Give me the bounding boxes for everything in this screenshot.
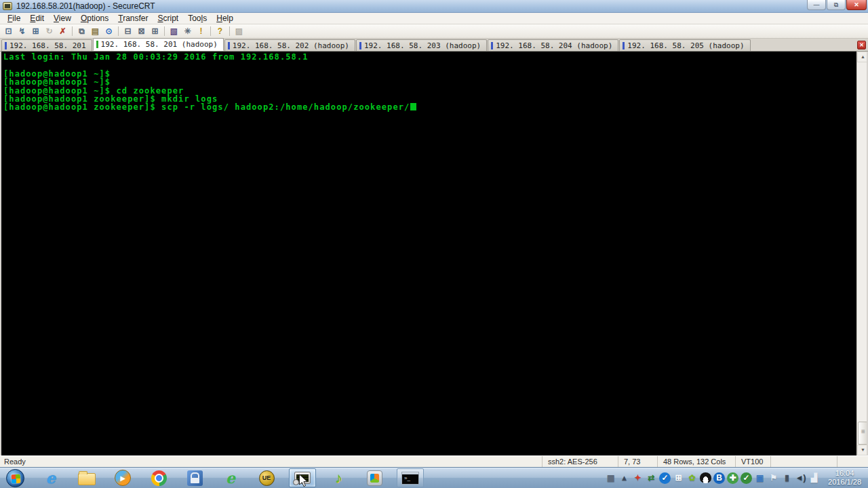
app-launch-icon: ▨ [233,25,245,37]
toolbar-separator [208,26,213,37]
app-icon: ▶ [115,470,131,486]
screen: 192.168.58.201(hadoop) - SecureCRT —⧉✕ F… [0,0,868,488]
tab-192-168-58-201[interactable]: 192. 168. 58. 201 [1,39,92,51]
restore-button[interactable]: ⧉ [827,0,846,10]
app-icon [151,470,167,486]
show-hidden-icons-button[interactable]: ▴ [618,472,630,484]
tab-pane-close-button[interactable]: ✕ [857,41,866,49]
connect-icon[interactable]: ⊡ [2,25,15,37]
terminal-scrollbar[interactable]: ▲ ▼ [856,52,868,455]
taskbar-item-internet-explorer[interactable]: e [37,468,64,487]
menu-file[interactable]: File [3,14,25,23]
paste-icon[interactable]: ▤ [89,25,102,37]
antivirus-shield-icon[interactable]: ✓ [741,472,752,484]
tab-192-168-58-204-hadoop[interactable]: 192. 168. 58. 204 (hadoop) [488,39,618,51]
tab-label: 192. 168. 58. 204 (hadoop) [496,41,612,50]
app-icon [259,470,275,486]
tab-label: 192. 168. 58. 203 (hadoop) [364,41,481,50]
exclamation-icon[interactable]: ! [195,25,208,37]
green-swirl-icon[interactable]: ✿ [686,472,698,484]
taskbar-item-securecrt[interactable] [289,468,316,487]
status-empty-1 [770,456,837,467]
session-tab-bar: 192. 168. 58. 201192. 168. 58. 201 (hado… [0,39,868,52]
thunder-icon[interactable]: ✦ [632,472,644,484]
tab-192-168-58-205-hadoop[interactable]: 192. 168. 58. 205 (hadoop) [619,39,750,51]
toolbar-separator [227,26,232,37]
security-vpn-icon[interactable]: ✓ [659,472,671,484]
qq-icon[interactable] [700,472,711,483]
taskbar-apps: e▶e♪ [1,468,424,487]
taskbar-item-file-lock-tool[interactable] [181,468,208,487]
connect-in-tab-icon[interactable]: ⊞ [29,25,42,37]
app-icon [6,469,24,487]
find-icon[interactable]: ⊙ [102,25,115,37]
taskbar-clock[interactable]: 16:04 2016/1/28 [824,469,865,487]
app-icon [401,472,419,485]
system-tray: ▦▴✦⇄✓⊞✿B✚✓▣⚑▮◄)▟ [605,472,820,484]
network-signal-icon[interactable]: ▟ [808,472,820,484]
reconnect-icon: ↻ [43,25,56,37]
status-bar: Ready ssh2: AES-2567, 7348 Rows, 132 Col… [0,455,868,467]
power-plug-icon[interactable]: ▮ [781,472,793,484]
toolbar: ⊡↯⊞↻✗⧉▤⊙⊟⊠⊞▧✳!?▨ [0,24,868,39]
scrollbar-thumb[interactable] [858,422,868,445]
title-bar[interactable]: 192.168.58.201(hadoop) - SecureCRT —⧉✕ [0,0,868,13]
scroll-down-button[interactable]: ▼ [857,445,868,455]
auto-print-icon[interactable]: ⊠ [135,25,148,37]
taskbar-item-vmware[interactable] [361,468,388,487]
bluetooth-icon[interactable]: B [713,472,725,484]
volume-icon[interactable]: ◄) [795,472,806,484]
menu-edit[interactable]: Edit [25,14,49,23]
app-icon: e [46,469,56,487]
properties-icon[interactable]: ▧ [167,25,180,37]
windows-update-icon[interactable]: ⊞ [673,472,684,484]
terminal-line: Last login: Thu Jan 28 00:03:29 2016 fro… [3,53,867,61]
tab-192-168-58-202-hadoop[interactable]: 192. 168. 58. 202 (hadoop) [224,39,355,51]
taskbar-item-qq-music[interactable]: ♪ [325,468,352,487]
menu-tools[interactable]: Tools [183,14,212,23]
taskbar-item-media-player[interactable]: ▶ [109,468,136,487]
status-ready: Ready [0,458,542,466]
close-button[interactable]: ✕ [846,0,867,10]
menu-view[interactable]: View [49,14,76,23]
taskbar-item-chrome[interactable] [145,468,172,487]
help-icon[interactable]: ? [214,25,226,37]
copy-icon[interactable]: ⧉ [75,25,88,37]
antivirus-plus-icon[interactable]: ✚ [727,472,738,484]
app-icon [294,472,311,484]
taskbar-item-cmd[interactable] [397,468,424,487]
tab-192-168-58-203-hadoop[interactable]: 192. 168. 58. 203 (hadoop) [356,39,487,51]
taskbar-item-360-browser[interactable]: e [217,468,244,487]
start-button[interactable] [1,468,28,487]
input-method-icon[interactable]: ▦ [605,472,616,484]
disconnect-icon[interactable]: ✗ [56,25,69,37]
toolbar-separator [162,26,167,37]
scroll-up-button[interactable]: ▲ [857,52,868,62]
print-setup-icon[interactable]: ⊞ [149,25,161,37]
tab-label: 192. 168. 58. 202 (hadoop) [233,41,349,50]
window-controls: —⧉✕ [807,0,867,10]
terminal-line: [hadoop@hadoop1 zookeeper]$ scp -r logs/… [3,103,867,111]
network-display-icon[interactable]: ▣ [754,472,766,484]
taskbar-item-windows-explorer[interactable] [73,468,100,487]
terminal-line [3,61,867,69]
session-options-icon[interactable]: ✳ [181,25,194,37]
quick-connect-icon[interactable]: ↯ [16,25,28,37]
sync-monitor-icon[interactable]: ⇄ [646,472,657,484]
scrollbar-track[interactable] [857,62,868,445]
print-icon[interactable]: ⊟ [121,25,134,37]
tab-192-168-58-201-hadoop[interactable]: 192. 168. 58. 201 (hadoop) [93,38,224,51]
terminal-line: [hadoop@hadoop1 ~]$ [3,70,867,78]
action-center-flag-icon[interactable]: ⚑ [768,472,779,484]
menu-help[interactable]: Help [212,14,238,23]
menu-options[interactable]: Options [76,14,113,23]
taskbar-item-ultraedit[interactable] [253,468,280,487]
terminal-line: [hadoop@hadoop1 ~]$ [3,78,867,86]
minimize-button[interactable]: — [807,0,826,10]
menu-transfer[interactable]: Transfer [113,14,153,23]
status-panels: ssh2: AES-2567, 7348 Rows, 132 ColsVT100 [542,456,868,467]
terminal[interactable]: Last login: Thu Jan 28 00:03:29 2016 fro… [0,52,868,455]
tab-label: 192. 168. 58. 201 (hadoop) [101,40,218,49]
menu-script[interactable]: Script [153,14,184,23]
taskbar: e▶e♪ ▦▴✦⇄✓⊞✿B✚✓▣⚑▮◄)▟ 16:04 2016/1/28 [0,467,868,488]
